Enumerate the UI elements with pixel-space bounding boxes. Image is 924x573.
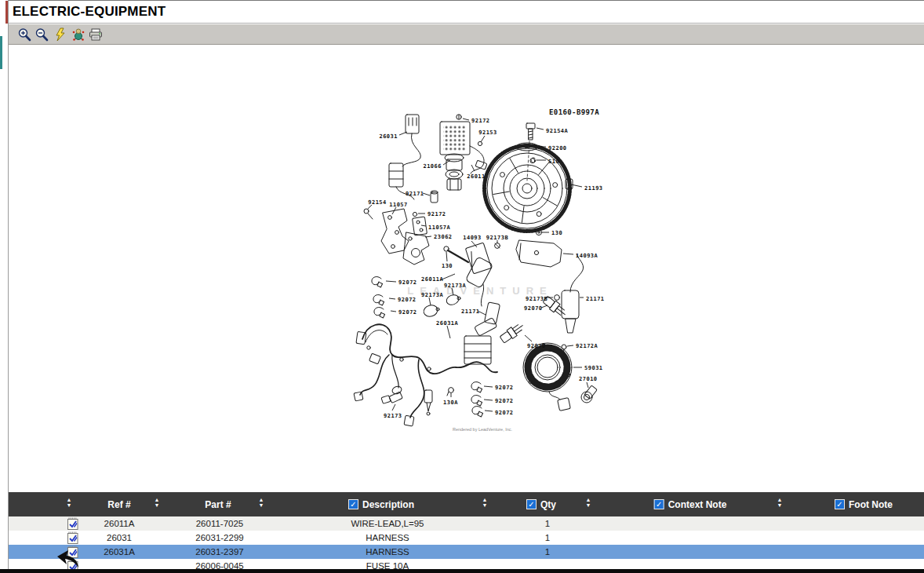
column-label: Context Note <box>668 499 727 510</box>
part-number-label[interactable]: 21171 <box>461 308 480 315</box>
part-number-label[interactable]: 92173A <box>444 283 467 289</box>
cell-part: 26011-7025 <box>157 516 282 531</box>
part-number-label[interactable]: 92153 <box>478 130 497 136</box>
frame-divider <box>0 0 9 573</box>
column-header-part[interactable]: Part # <box>205 492 231 516</box>
column-checkbox[interactable]: ✓ <box>526 499 537 509</box>
part-number-label[interactable]: 23062 <box>434 234 453 240</box>
part-number-label[interactable]: 21066 <box>423 163 442 170</box>
part-number-label[interactable]: 130 <box>442 263 453 269</box>
toolbar <box>9 24 924 45</box>
lightning-icon <box>53 27 68 42</box>
part-number-label[interactable]: 92172 <box>427 211 446 217</box>
part-number-label[interactable]: 130A <box>443 400 458 406</box>
part-number-label[interactable]: 21193 <box>584 185 603 192</box>
part-number-label[interactable]: 92070 <box>527 343 546 349</box>
part-number-label[interactable]: 92072 <box>495 410 514 416</box>
part-number-label[interactable]: 92154 <box>368 199 387 206</box>
sort-arrows-icon[interactable]: ▲▼ <box>67 497 72 508</box>
table-row[interactable]: 26006-0045FUSE 10A <box>0 559 924 569</box>
part-number-label[interactable]: 92070 <box>524 305 543 312</box>
print-button[interactable] <box>89 27 104 42</box>
cell-qty: 1 <box>508 516 587 531</box>
column-checkbox[interactable]: ✓ <box>835 499 845 509</box>
parts-link-button[interactable] <box>71 27 86 42</box>
label-leader-line <box>392 404 395 411</box>
part-number-label[interactable]: 11057 <box>389 202 408 208</box>
part-number-label[interactable]: 92171 <box>406 191 424 197</box>
sort-arrows-icon[interactable]: ▲▼ <box>259 497 264 508</box>
sort-arrows-icon[interactable]: ▲▼ <box>777 497 783 508</box>
parts-table-header: ▲▼▲▼▲▼▲▼▲▼▲▼Ref #Part #✓Description✓Qty✓… <box>0 492 924 516</box>
cell-ref: 26031 <box>72 531 166 545</box>
part-number-label[interactable]: 92072 <box>398 279 417 286</box>
sort-arrows-icon[interactable]: ▲▼ <box>586 497 591 508</box>
column-header-ref[interactable]: Ref # <box>107 492 130 516</box>
part-number-label[interactable]: 11057A <box>428 224 451 231</box>
frame-accent-teal <box>0 36 2 69</box>
parts-table-body: 26011A26011-7025WIRE-LEAD,L=951260312603… <box>0 516 924 569</box>
part-number-label[interactable]: 14093A <box>576 253 598 259</box>
page-title: ELECTRIC-EQUIPMENT <box>13 4 166 20</box>
part-number-label[interactable]: 21171 <box>586 296 605 302</box>
part-number-label[interactable]: 92173A <box>421 292 444 298</box>
part-number-label[interactable]: 92172 <box>471 118 490 124</box>
column-header-foot-note[interactable]: ✓Foot Note <box>835 492 893 516</box>
part-number-label[interactable]: 92072 <box>398 309 417 316</box>
title-bar: ELECTRIC-EQUIPMENT <box>9 0 924 24</box>
part-number-label[interactable]: 26031 <box>379 133 398 140</box>
zoom-in-button[interactable] <box>17 27 32 42</box>
sort-arrows-icon[interactable]: ▲▼ <box>482 497 488 508</box>
part-number-label[interactable]: 92072 <box>398 297 417 303</box>
sort-arrows-icon[interactable]: ▲▼ <box>155 497 160 508</box>
part-number-label[interactable]: 59031 <box>584 365 603 371</box>
table-row[interactable]: 26031A26031-2397HARNESS1 <box>0 545 924 559</box>
part-number-label[interactable]: 92200 <box>548 145 567 151</box>
column-header-context-note[interactable]: ✓Context Note <box>654 492 727 516</box>
table-row[interactable]: 26011A26011-7025WIRE-LEAD,L=951 <box>0 516 924 531</box>
back-arrow-button[interactable] <box>55 549 82 569</box>
part-number-label[interactable]: 26011A <box>421 276 444 283</box>
cell-ref: 26011A <box>72 516 166 531</box>
label-leader-line <box>567 345 573 346</box>
label-leader-line <box>484 386 493 387</box>
part-number-label[interactable]: 26031A <box>436 320 459 327</box>
part-number-label[interactable]: 92154A <box>546 128 569 134</box>
app-window: LEADVENTURE E0160-B997A Rendered by Lead… <box>0 0 924 573</box>
part-number-label[interactable]: 510 <box>548 159 559 165</box>
hotspot-flash-button[interactable] <box>53 27 68 42</box>
part-number-label[interactable]: 14093 <box>463 235 482 241</box>
column-label: Part # <box>205 499 231 510</box>
cell-description: WIRE-LEAD,L=95 <box>293 516 482 531</box>
label-leader-line <box>481 136 485 142</box>
label-leader-line <box>429 297 431 305</box>
column-checkbox[interactable]: ✓ <box>654 499 664 509</box>
label-leader-line <box>391 311 396 312</box>
label-leader-line <box>446 252 447 261</box>
label-leader-line <box>447 326 450 338</box>
parts-diagram: LEADVENTURE E0160-B997A Rendered by Lead… <box>0 0 924 491</box>
frame-divider-line[interactable] <box>8 0 9 573</box>
cell-qty: 1 <box>508 531 587 545</box>
column-label: Foot Note <box>849 499 893 510</box>
column-label: Qty <box>540 499 556 510</box>
part-number-label[interactable]: 130 <box>551 230 562 236</box>
diagram-code: E0160-B997A <box>549 108 599 116</box>
column-header-description[interactable]: ✓Description <box>348 492 414 516</box>
part-number-label[interactable]: 92072 <box>495 398 514 404</box>
part-number-label[interactable]: 92172A <box>576 343 598 349</box>
label-leader-line <box>463 119 469 120</box>
part-number-label[interactable]: 92173 <box>384 413 402 419</box>
label-leader-line <box>367 205 372 210</box>
zoom-out-button[interactable] <box>35 27 49 42</box>
part-number-label[interactable]: 92173B <box>486 235 508 241</box>
part-number-label[interactable]: 92173B <box>526 296 547 302</box>
column-checkbox[interactable]: ✓ <box>348 499 358 509</box>
column-header-qty[interactable]: ✓Qty <box>526 492 556 516</box>
table-row[interactable]: 2603126031-2299HARNESS1 <box>0 531 924 545</box>
label-leader-line <box>485 411 493 411</box>
part-number-label[interactable]: 27010 <box>579 376 598 382</box>
part-number-label[interactable]: 92072 <box>495 385 514 391</box>
part-number-label[interactable]: 26011 <box>467 173 486 180</box>
bottom-bar <box>0 569 924 573</box>
